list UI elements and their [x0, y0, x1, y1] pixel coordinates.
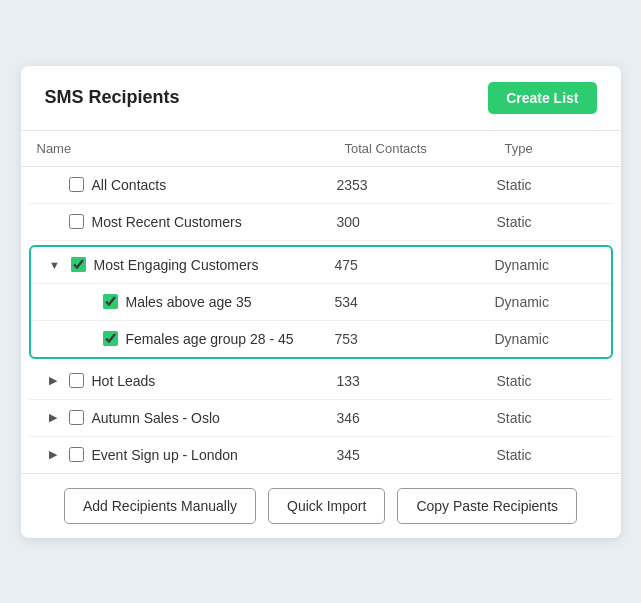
row-type: Dynamic: [495, 331, 595, 347]
table-row: ▶ Event Sign up - London 345 Static: [29, 437, 613, 473]
highlighted-group: ▼ Most Engaging Customers 475 Dynamic Ma…: [29, 245, 613, 359]
row-type: Static: [497, 214, 597, 230]
table-header: Name Total Contacts Type: [21, 131, 621, 167]
col-type-header: Type: [505, 141, 605, 156]
chevron-down-icon[interactable]: ▼: [47, 257, 63, 273]
row-name-cell: ▶ Autumn Sales - Oslo: [45, 410, 337, 426]
row-name-cell: ▶ Hot Leads: [45, 373, 337, 389]
row-contacts: 753: [335, 331, 495, 347]
row-label: Event Sign up - London: [92, 447, 238, 463]
row-name-cell: Males above age 35: [47, 294, 335, 310]
table-row: All Contacts 2353 Static: [29, 167, 613, 204]
row-label: Most Engaging Customers: [94, 257, 259, 273]
table-row: ▶ Autumn Sales - Oslo 346 Static: [29, 400, 613, 437]
chevron-right-icon[interactable]: ▶: [45, 410, 61, 426]
card-footer: Add Recipients Manually Quick Import Cop…: [21, 473, 621, 538]
table-row-highlighted-parent: ▼ Most Engaging Customers 475 Dynamic: [31, 247, 611, 284]
chevron-right-icon[interactable]: ▶: [45, 447, 61, 463]
row-contacts: 2353: [337, 177, 497, 193]
row-type: Dynamic: [495, 257, 595, 273]
table-row: ▶ Hot Leads 133 Static: [29, 363, 613, 400]
row-name-cell: Most Recent Customers: [45, 214, 337, 230]
row-contacts: 475: [335, 257, 495, 273]
row-checkbox-females[interactable]: [103, 331, 118, 346]
row-checkbox-event-signup[interactable]: [69, 447, 84, 462]
row-name-cell: All Contacts: [45, 177, 337, 193]
row-contacts: 346: [337, 410, 497, 426]
row-label: Most Recent Customers: [92, 214, 242, 230]
card-header: SMS Recipients Create List: [21, 66, 621, 131]
table-row: Most Recent Customers 300 Static: [29, 204, 613, 241]
row-label: All Contacts: [92, 177, 167, 193]
bottom-rows: ▶ Hot Leads 133 Static ▶ Autumn Sales - …: [21, 363, 621, 473]
row-checkbox-males[interactable]: [103, 294, 118, 309]
row-checkbox-autumn-sales[interactable]: [69, 410, 84, 425]
row-type: Static: [497, 447, 597, 463]
row-checkbox-all-contacts[interactable]: [69, 177, 84, 192]
row-type: Dynamic: [495, 294, 595, 310]
add-recipients-manually-button[interactable]: Add Recipients Manually: [64, 488, 256, 524]
row-type: Static: [497, 177, 597, 193]
create-list-button[interactable]: Create List: [488, 82, 596, 114]
row-contacts: 345: [337, 447, 497, 463]
row-label: Females age group 28 - 45: [126, 331, 294, 347]
col-name-header: Name: [37, 141, 345, 156]
row-label: Autumn Sales - Oslo: [92, 410, 220, 426]
chevron-right-icon[interactable]: ▶: [45, 373, 61, 389]
row-checkbox-hot-leads[interactable]: [69, 373, 84, 388]
sms-recipients-card: SMS Recipients Create List Name Total Co…: [21, 66, 621, 538]
row-name-cell: ▼ Most Engaging Customers: [47, 257, 335, 273]
row-contacts: 133: [337, 373, 497, 389]
row-contacts: 300: [337, 214, 497, 230]
row-contacts: 534: [335, 294, 495, 310]
row-type: Static: [497, 373, 597, 389]
row-type: Static: [497, 410, 597, 426]
row-checkbox-most-recent[interactable]: [69, 214, 84, 229]
row-name-cell: Females age group 28 - 45: [47, 331, 335, 347]
row-label: Hot Leads: [92, 373, 156, 389]
card-title: SMS Recipients: [45, 87, 180, 108]
quick-import-button[interactable]: Quick Import: [268, 488, 385, 524]
top-rows: All Contacts 2353 Static Most Recent Cus…: [21, 167, 621, 241]
row-label: Males above age 35: [126, 294, 252, 310]
row-checkbox-most-engaging[interactable]: [71, 257, 86, 272]
row-name-cell: ▶ Event Sign up - London: [45, 447, 337, 463]
copy-paste-recipients-button[interactable]: Copy Paste Recipients: [397, 488, 577, 524]
table-row-child: Females age group 28 - 45 753 Dynamic: [31, 321, 611, 357]
table-row-child: Males above age 35 534 Dynamic: [31, 284, 611, 321]
col-contacts-header: Total Contacts: [345, 141, 505, 156]
